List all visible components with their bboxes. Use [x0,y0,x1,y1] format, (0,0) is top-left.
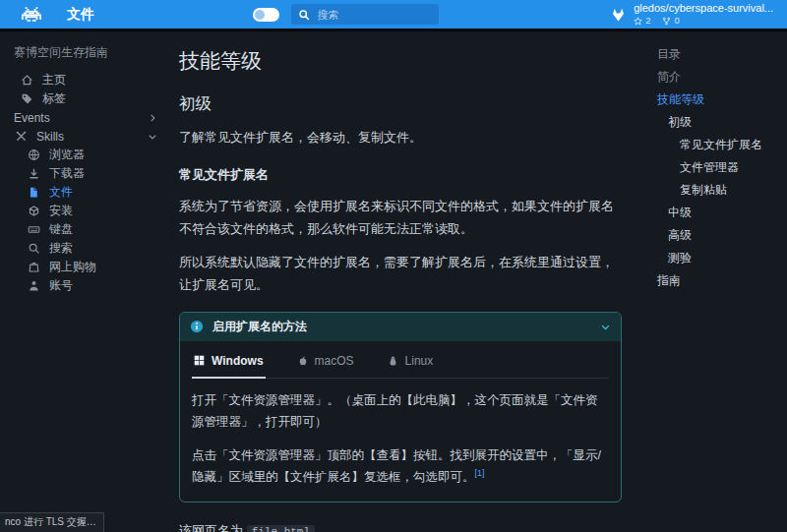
toc-item-common-extensions[interactable]: 常见文件扩展名 [657,136,779,153]
user-icon [27,279,40,292]
tab-label: Windows [212,354,264,368]
topbar: 文件 gledos/cyberspace-survival... [0,0,787,31]
info-panel-enable-extensions: 启用扩展名的方法 Windows [179,312,622,503]
globe-icon [27,148,40,161]
tab-label: Linux [405,354,434,368]
section-heading-beginner: 初级 [179,93,622,115]
chevron-down-icon[interactable] [600,322,611,332]
star-icon [634,17,642,26]
subsection-heading-extensions: 常见文件扩展名 [179,166,622,184]
tab-windows[interactable]: Windows [192,345,266,379]
panel-paragraph: 打开「文件资源管理器」。（桌面上的【此电脑】，这个页面就是「文件资源管理器」，打… [192,390,609,434]
toc-item-catalog: 目录 [657,45,779,63]
panel-paragraph: 点击「文件资源管理器」顶部的【查看】按钮。找到展开的设置中，「显示/隐藏」区域里… [192,445,609,490]
sidebar-guide-title[interactable]: 赛博空间生存指南 [14,44,161,61]
sidebar-item-label: Skills [36,130,64,144]
home-icon [20,74,33,87]
panel-header[interactable]: 启用扩展名的方法 [180,313,621,341]
download-icon [27,167,40,180]
linux-penguin-icon [388,355,398,367]
sidebar-item-keyboard[interactable]: 键盘 [14,220,161,239]
sidebar-item-label: 浏览器 [49,147,85,163]
footnote-link[interactable]: [1] [475,468,485,478]
tab-linux[interactable]: Linux [386,345,436,378]
gitlab-icon [610,7,627,23]
install-package-icon [27,205,40,217]
site-logo-invader-icon[interactable] [22,7,41,22]
sidebar-item-shopping[interactable]: 网上购物 [14,258,161,276]
sidebar-item-downloader[interactable]: 下载器 [14,164,161,183]
paragraph: 所以系统默认隐藏了文件的扩展名，需要了解扩展名后，在系统里通过设置，让扩展名可见… [179,252,622,297]
file-icon [27,186,40,199]
sidebar-item-label: 网上购物 [49,259,96,275]
search-input[interactable] [316,8,432,22]
toc-item-file-manager[interactable]: 文件管理器 [657,158,779,176]
toc-item-copy-paste[interactable]: 复制粘贴 [657,181,779,199]
main-content: 技能等级 初级 了解常见文件扩展名，会移动、复制文件。 常见文件扩展名 系统为了… [169,31,639,529]
toc-item-advanced[interactable]: 高级 [657,226,779,244]
inline-code-filename: file.html [247,525,315,532]
sidebar-item-label: Events [14,111,50,125]
filename-prefix: 该网页名为 [179,523,243,532]
sidebar-item-browser[interactable]: 浏览器 [14,146,161,164]
info-icon [190,320,204,333]
paragraph: 系统为了节省资源，会使用扩展名来标识不同文件的格式，如果文件的扩展名不符合该文件… [179,196,622,241]
toc-sidebar: 目录 简介 技能等级 初级 常见文件扩展名 文件管理器 复制粘贴 中级 高级 测… [639,31,787,529]
repo-link[interactable]: gledos/cyberspace-survival... 2 [610,2,773,28]
windows-icon [194,355,205,366]
tools-icon [14,130,28,143]
toc-item-beginner[interactable]: 初级 [657,113,779,131]
paragraph-filename: 该网页名为 file.html， [179,520,622,532]
filename-suffix: ， [315,523,328,532]
sidebar-item-label: 安装 [49,203,73,219]
left-sidebar: 赛博空间生存指南 主页 标签 Events [0,31,169,529]
toc-item-intermediate[interactable]: 中级 [657,204,779,221]
toc-item-guide[interactable]: 指南 [657,271,779,289]
tag-icon [20,92,33,105]
theme-toggle[interactable] [253,8,279,22]
os-tabs: Windows macOS [192,341,609,379]
chevron-down-icon [148,132,161,142]
sidebar-item-skills[interactable]: Skills [14,127,161,146]
toc-item-skill-levels[interactable]: 技能等级 [657,90,779,108]
search-icon [298,9,310,21]
tab-label: macOS [315,354,354,368]
sidebar-item-label: 下载器 [49,165,85,182]
paragraph: 了解常见文件扩展名，会移动、复制文件。 [179,127,622,149]
chevron-right-icon [148,113,161,123]
sidebar-item-files[interactable]: 文件 [14,183,161,202]
star-count: 2 [645,15,650,27]
fork-count: 0 [674,15,679,27]
fork-icon [662,17,671,26]
shopping-bag-icon [27,261,40,273]
toc-item-quiz[interactable]: 测验 [657,249,779,266]
apple-icon [297,355,308,367]
sidebar-item-label: 账号 [49,277,73,294]
tab-macos[interactable]: macOS [295,345,356,378]
page-title: 技能等级 [179,47,622,75]
browser-status-tooltip: nco 进行 TLS 交握… [0,512,104,532]
search-box[interactable] [291,4,439,25]
sidebar-item-account[interactable]: 账号 [14,276,161,295]
keyboard-icon [27,223,40,236]
repo-name: gledos/cyberspace-survival... [634,2,773,16]
sidebar-item-label: 标签 [42,90,66,107]
sidebar-item-label: 主页 [42,72,66,89]
sidebar-item-label: 搜索 [49,240,73,257]
app-window: 文件 gledos/cyberspace-survival... [0,0,787,532]
toc-item-intro[interactable]: 简介 [657,68,779,86]
sidebar-item-events[interactable]: Events [14,108,161,127]
panel-paragraph-text: 点击「文件资源管理器」顶部的【查看】按钮。找到展开的设置中，「显示/隐藏」区域里… [192,448,601,485]
sidebar-item-home[interactable]: 主页 [14,71,161,89]
sidebar-item-install[interactable]: 安装 [14,202,161,220]
panel-title: 启用扩展名的方法 [212,319,307,335]
sidebar-item-label: 文件 [49,184,73,201]
sidebar-item-search[interactable]: 搜索 [14,239,161,258]
search-icon [27,242,40,255]
page-title-topbar: 文件 [67,6,94,24]
sidebar-item-label: 键盘 [49,221,73,238]
sidebar-item-tags[interactable]: 标签 [14,89,161,108]
